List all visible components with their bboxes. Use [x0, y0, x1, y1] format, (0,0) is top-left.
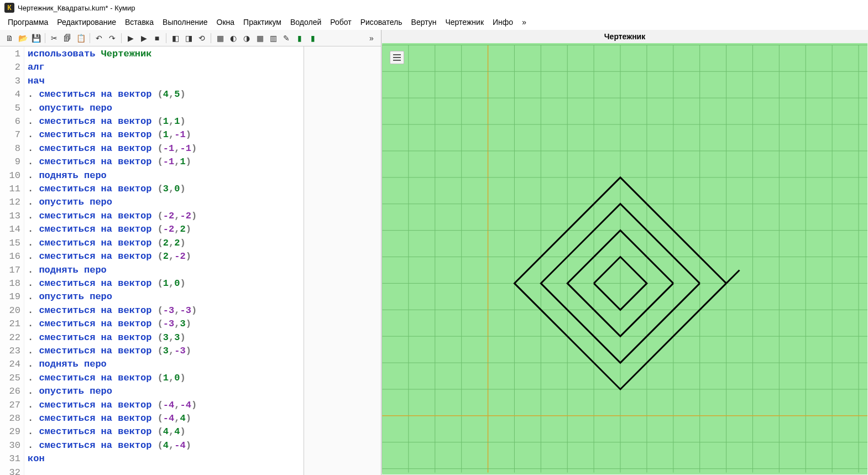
line-number: 25	[1, 372, 20, 385]
code-line[interactable]: кон	[28, 452, 300, 466]
run-icon[interactable]: ▶	[124, 32, 137, 44]
menu-chertezhnik[interactable]: Чертежник	[442, 17, 487, 28]
line-number: 4	[1, 88, 20, 101]
code-line[interactable]: нач	[28, 75, 300, 88]
editor-pane: 🗎 📂 💾 ✂ 🗐 📋 ↶ ↷ ▶ ▶ ■ ◧ ◨ ⟲ ▦ ◐ ◑ ▦ ▥ ✎	[0, 30, 381, 475]
code-line[interactable]: . сместиться на вектор (-4,-4)	[28, 399, 300, 412]
menu-run[interactable]: Выполнение	[159, 17, 211, 28]
copy-icon[interactable]: 🗐	[61, 32, 74, 44]
code-line[interactable]: . сместиться на вектор (3,3)	[28, 331, 300, 344]
line-number: 30	[1, 439, 20, 452]
line-number: 22	[1, 331, 20, 344]
line-number: 24	[1, 358, 20, 371]
code-line[interactable]: . сместиться на вектор (4,-4)	[28, 439, 300, 452]
line-number: 17	[1, 264, 20, 277]
line-number: 5	[1, 102, 20, 115]
stop-icon[interactable]: ■	[151, 32, 163, 44]
grid-icon[interactable]: ▦	[254, 32, 266, 44]
code-line[interactable]: . сместиться на вектор (-2,2)	[28, 223, 300, 236]
code-line[interactable]: . сместиться на вектор (-4,4)	[28, 412, 300, 425]
counter-icon[interactable]: ▦	[214, 32, 226, 44]
menu-insert[interactable]: Вставка	[122, 17, 157, 28]
code-line[interactable]: . сместиться на вектор (3,0)	[28, 182, 300, 196]
menu-more[interactable]: »	[519, 17, 530, 28]
line-number: 9	[1, 155, 20, 169]
code-line[interactable]: . сместиться на вектор (1,0)	[28, 372, 300, 385]
redo-icon[interactable]: ↷	[106, 32, 118, 44]
app-icon: К	[4, 3, 14, 13]
code-line[interactable]: алг	[28, 61, 300, 74]
line-number: 28	[1, 412, 20, 425]
menu-info[interactable]: Инфо	[489, 17, 516, 28]
code-line[interactable]: . опустить перо	[28, 290, 300, 304]
undo-icon[interactable]: ↶	[93, 32, 105, 44]
green2-icon[interactable]: ▮	[307, 32, 319, 44]
code-line[interactable]: . сместиться на вектор (4,4)	[28, 425, 300, 439]
line-number: 11	[1, 182, 20, 196]
robot-icon[interactable]: ▥	[267, 32, 279, 44]
code-editor[interactable]: 1234567891011121314151617181920212223242…	[0, 46, 381, 475]
menu-robot[interactable]: Робот	[327, 17, 354, 28]
save-file-icon[interactable]: 💾	[30, 32, 42, 44]
menu-program[interactable]: Программа	[4, 17, 51, 28]
line-number: 20	[1, 304, 20, 317]
code-line[interactable]: . сместиться на вектор (-1,1)	[28, 155, 300, 169]
line-number: 29	[1, 425, 20, 439]
pencil-icon[interactable]: ✎	[280, 32, 292, 44]
code-line[interactable]: . поднять перо	[28, 358, 300, 371]
code-line[interactable]: . сместиться на вектор (2,-2)	[28, 250, 300, 263]
code-line[interactable]: . сместиться на вектор (-3,-3)	[28, 304, 300, 317]
line-number: 3	[1, 75, 20, 88]
open-file-icon[interactable]: 📂	[17, 32, 29, 44]
menu-edit[interactable]: Редактирование	[54, 17, 119, 28]
code-line[interactable]: . сместиться на вектор (2,2)	[28, 237, 300, 250]
code-line[interactable]: . опустить перо	[28, 385, 300, 398]
line-number: 14	[1, 223, 20, 236]
new-file-icon[interactable]: 🗎	[3, 32, 15, 44]
code-line[interactable]: . сместиться на вектор (-2,-2)	[28, 210, 300, 223]
drawing-canvas[interactable]	[382, 43, 867, 474]
step-icon[interactable]: ▶	[138, 32, 150, 44]
code-line[interactable]: . сместиться на вектор (-1,-1)	[28, 142, 300, 155]
tool-c-icon[interactable]: ⟲	[196, 32, 208, 44]
line-number: 7	[1, 128, 20, 142]
code-line[interactable]: . сместиться на вектор (-3,3)	[28, 317, 300, 331]
code-line[interactable]: . поднять перо	[28, 169, 300, 182]
code-line[interactable]: . сместиться на вектор (4,5)	[28, 88, 300, 101]
line-number: 16	[1, 250, 20, 263]
menu-windows[interactable]: Окна	[213, 17, 238, 28]
line-number: 27	[1, 399, 20, 412]
canvas-pane: Чертежник	[381, 30, 868, 475]
code-area[interactable]: использовать Чертежникалгнач. сместиться…	[24, 46, 304, 475]
code-line[interactable]: . сместиться на вектор (1,-1)	[28, 128, 300, 142]
tool-b-icon[interactable]: ◨	[182, 32, 195, 44]
code-line[interactable]: . опустить перо	[28, 102, 300, 115]
menu-risovatel[interactable]: Рисователь	[357, 17, 406, 28]
line-number: 15	[1, 237, 20, 250]
green1-icon[interactable]: ▮	[294, 32, 306, 44]
titlebar: К Чертежник_Квадраты.kum* - Кумир	[0, 0, 868, 15]
line-gutter: 1234567891011121314151617181920212223242…	[0, 46, 24, 475]
code-line[interactable]: . сместиться на вектор (1,1)	[28, 115, 300, 128]
menu-practicum[interactable]: Практикум	[240, 17, 285, 28]
code-line[interactable]: . сместиться на вектор (3,-3)	[28, 344, 300, 358]
canvas-menu-icon[interactable]	[390, 51, 404, 64]
code-line[interactable]: . сместиться на вектор (1,0)	[28, 277, 300, 290]
toolbar-more[interactable]: »	[365, 32, 378, 44]
wave1-icon[interactable]: ◐	[227, 32, 239, 44]
line-number: 12	[1, 196, 20, 209]
wave2-icon[interactable]: ◑	[240, 32, 253, 44]
line-number: 6	[1, 115, 20, 128]
menu-vodoley[interactable]: Водолей	[287, 17, 325, 28]
menubar: Программа Редактирование Вставка Выполне…	[0, 15, 868, 30]
paste-icon[interactable]: 📋	[75, 32, 87, 44]
menu-vertun[interactable]: Вертун	[408, 17, 440, 28]
code-line[interactable]: . поднять перо	[28, 264, 300, 277]
code-line[interactable]: . опустить перо	[28, 196, 300, 209]
code-line[interactable]: использовать Чертежник	[28, 48, 300, 61]
cut-icon[interactable]: ✂	[48, 32, 60, 44]
line-number: 19	[1, 290, 20, 304]
line-number: 21	[1, 317, 20, 331]
line-number: 26	[1, 385, 20, 398]
tool-a-icon[interactable]: ◧	[169, 32, 181, 44]
